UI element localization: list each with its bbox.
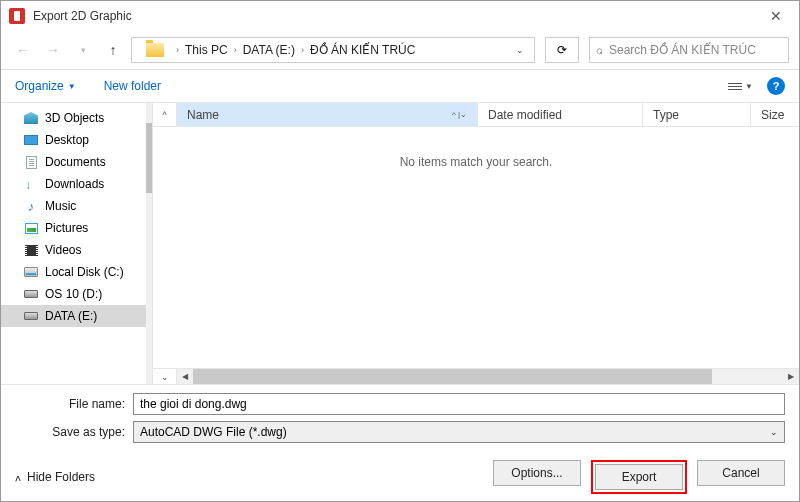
search-input[interactable]: ⌕ Search ĐỒ ÁN KIẾN TRÚC	[589, 37, 789, 63]
scrollbar-track[interactable]	[193, 369, 783, 384]
downloads-icon: ↓	[25, 178, 37, 190]
chevron-down-icon[interactable]: ⌄	[512, 45, 528, 55]
forward-button[interactable]: →	[41, 38, 65, 62]
drive-icon	[24, 290, 38, 298]
options-button[interactable]: Options...	[493, 460, 581, 486]
breadcrumb[interactable]: › This PC › DATA (E:) › ĐỒ ÁN KIẾN TRÚC …	[131, 37, 535, 63]
view-mode-dropdown[interactable]: ▼	[724, 80, 757, 93]
scroll-right-button[interactable]: ▶	[783, 369, 799, 384]
chevron-down-icon: ⌄	[770, 427, 778, 437]
folder-icon	[146, 43, 164, 57]
sidebar-item-downloads[interactable]: ↓Downloads	[1, 173, 152, 195]
sidebar-item-videos[interactable]: Videos	[1, 239, 152, 261]
search-placeholder: Search ĐỒ ÁN KIẾN TRÚC	[609, 43, 756, 57]
desktop-icon	[24, 135, 38, 145]
sidebar-item-data[interactable]: DATA (E:)	[1, 305, 152, 327]
chevron-up-icon: ʌ	[15, 472, 21, 483]
export-highlight-annotation: Export	[591, 460, 687, 494]
videos-icon	[25, 245, 38, 256]
sidebar-item-3dobjects[interactable]: 3D Objects	[1, 107, 152, 129]
pictures-icon	[25, 223, 38, 234]
chevron-right-icon: ›	[301, 45, 304, 55]
sidebar-item-music[interactable]: ♪Music	[1, 195, 152, 217]
collapse-sidebar-button[interactable]: ^	[153, 103, 177, 126]
sidebar-item-localdisk[interactable]: Local Disk (C:)	[1, 261, 152, 283]
export-button[interactable]: Export	[595, 464, 683, 490]
sidebar-tree: 3D Objects Desktop Documents ↓Downloads …	[1, 103, 152, 331]
music-icon: ♪	[28, 199, 35, 214]
app-icon	[9, 8, 25, 24]
chevron-down-icon: ▼	[745, 82, 753, 91]
saveastype-dropdown[interactable]: AutoCAD DWG File (*.dwg) ⌄	[133, 421, 785, 443]
documents-icon	[26, 156, 37, 169]
breadcrumb-thispc[interactable]: This PC	[185, 43, 228, 57]
breadcrumb-drive[interactable]: DATA (E:)	[243, 43, 295, 57]
window-title: Export 2D Graphic	[33, 9, 761, 23]
saveastype-label: Save as type:	[15, 425, 125, 439]
sidebar-item-os10[interactable]: OS 10 (D:)	[1, 283, 152, 305]
recent-dropdown[interactable]: ▾	[71, 38, 95, 62]
chevron-right-icon: ›	[234, 45, 237, 55]
column-header-row: ^ Name ^ |⌄ Date modified Type Size	[153, 103, 799, 127]
hide-folders-toggle[interactable]: ʌ Hide Folders	[15, 470, 95, 484]
refresh-icon: ⟳	[557, 43, 567, 57]
sidebar-item-pictures[interactable]: Pictures	[1, 217, 152, 239]
new-folder-button[interactable]: New folder	[104, 79, 161, 93]
column-header-name[interactable]: Name ^ |⌄	[177, 103, 478, 126]
column-header-date[interactable]: Date modified	[478, 103, 643, 126]
sidebar-item-desktop[interactable]: Desktop	[1, 129, 152, 151]
breadcrumb-folder[interactable]: ĐỒ ÁN KIẾN TRÚC	[310, 43, 415, 57]
expand-tree-button[interactable]: ⌄	[153, 369, 177, 384]
cancel-button[interactable]: Cancel	[697, 460, 785, 486]
organize-dropdown[interactable]: Organize▼	[15, 79, 76, 93]
sidebar-scrollbar-thumb[interactable]	[146, 123, 152, 193]
close-button[interactable]: ✕	[761, 1, 791, 31]
up-button[interactable]: ↑	[101, 38, 125, 62]
scroll-left-button[interactable]: ◀	[177, 369, 193, 384]
drive-icon	[24, 312, 38, 320]
filename-input[interactable]	[133, 393, 785, 415]
search-icon: ⌕	[596, 43, 603, 57]
file-list-empty-state: No items match your search.	[153, 127, 799, 368]
refresh-button[interactable]: ⟳	[545, 37, 579, 63]
scrollbar-thumb[interactable]	[193, 369, 712, 384]
disk-icon	[24, 267, 38, 277]
chevron-right-icon: ›	[176, 45, 179, 55]
chevron-down-icon: ▼	[68, 82, 76, 91]
filename-label: File name:	[15, 397, 125, 411]
column-header-type[interactable]: Type	[643, 103, 751, 126]
list-view-icon	[728, 83, 742, 90]
help-button[interactable]: ?	[767, 77, 785, 95]
sidebar-item-documents[interactable]: Documents	[1, 151, 152, 173]
sort-indicator-icon: ^ |⌄	[452, 110, 467, 119]
objects3d-icon	[24, 112, 38, 124]
column-header-size[interactable]: Size	[751, 103, 799, 126]
back-button[interactable]: ←	[11, 38, 35, 62]
